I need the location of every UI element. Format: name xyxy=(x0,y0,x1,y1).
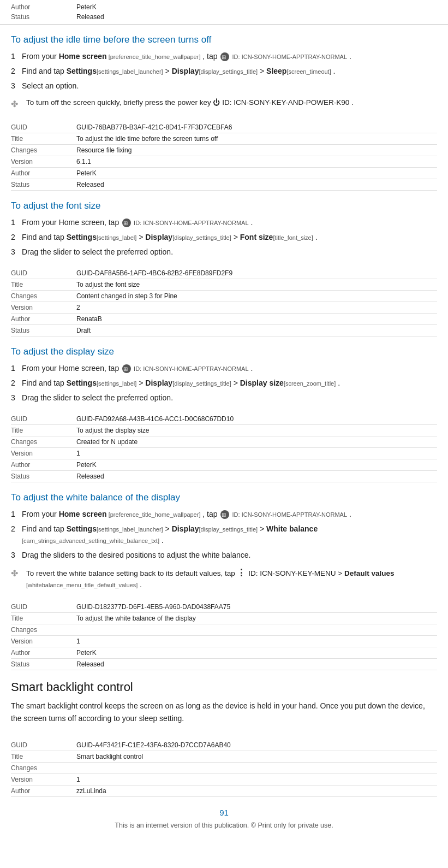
meta-label: Author xyxy=(11,647,76,659)
smart-backlight-title: Smart backlight control xyxy=(11,680,437,694)
meta-label: Title xyxy=(11,133,76,145)
meta-label: Version xyxy=(11,636,76,647)
metadata-smart-backlight: GUIDGUID-A4F3421F-C1E2-43FA-8320-D7CCD7A… xyxy=(0,735,448,797)
metadata-font-size: GUIDGUID-DAF8A5B6-1AFD-4BC6-82B2-6FE8D89… xyxy=(0,263,448,336)
step-num: 1 xyxy=(11,217,22,228)
step-3-idle: 3 Select an option. xyxy=(11,80,437,92)
step-3-font: 3 Drag the slider to select the preferre… xyxy=(11,246,437,258)
steps-display-size: 1 From your Home screen, tap ID: ICN-SON… xyxy=(11,363,437,404)
step-num: 2 xyxy=(11,232,22,243)
steps-idle-time: 1 From your Home screen [preference_titl… xyxy=(11,51,437,92)
metadata-idle-time: GUIDGUID-76BAB77B-B3AF-421C-8D41-F7F3D7C… xyxy=(0,117,448,191)
meta-changes: ChangesCreated for N update xyxy=(11,436,437,448)
meta-val xyxy=(76,763,437,774)
meta-val: Content changed in step 3 for Pine xyxy=(76,291,437,302)
step-text: Select an option. xyxy=(22,80,437,92)
step-1-font: 1 From your Home screen, tap ID: ICN-SON… xyxy=(11,217,437,228)
metadata-table: GUIDGUID-D182377D-D6F1-4EB5-A960-DAD0438… xyxy=(11,601,437,670)
meta-label: Title xyxy=(11,751,76,763)
meta-author: AuthorRenataB xyxy=(11,314,437,325)
step-1-display: 1 From your Home screen, tap ID: ICN-SON… xyxy=(11,363,437,374)
step-2-idle: 2 Find and tap Settings[settings_label_l… xyxy=(11,66,437,77)
status-value: Released xyxy=(76,13,104,21)
step-1-idle: 1 From your Home screen [preference_titl… xyxy=(11,51,437,62)
meta-author: AuthorPeterK xyxy=(11,459,437,471)
meta-label: Version xyxy=(11,774,76,786)
meta-val: To adjust the idle time before the scree… xyxy=(76,133,437,145)
meta-label: GUID xyxy=(11,122,76,133)
tip-text: To turn off the screen quickly, briefly … xyxy=(26,97,437,108)
meta-label: Status xyxy=(11,471,76,482)
meta-label: Version xyxy=(11,302,76,314)
meta-val xyxy=(76,624,437,636)
meta-author: AuthorPeterK xyxy=(11,168,437,179)
step-num: 1 xyxy=(11,509,22,520)
meta-val: PeterK xyxy=(76,168,437,179)
meta-guid: GUIDGUID-DAF8A5B6-1AFD-4BC6-82B2-6FE8D89… xyxy=(11,268,437,279)
meta-val: To adjust the white balance of the displ… xyxy=(76,613,437,624)
section-title-idle-time: To adjust the idle time before the scree… xyxy=(11,34,437,45)
meta-val: 1 xyxy=(76,448,437,459)
section-title-white-balance: To adjust the white balance of the displ… xyxy=(11,492,437,503)
step-text: From your Home screen [preference_title_… xyxy=(22,509,437,520)
meta-val: Created for N update xyxy=(76,436,437,448)
meta-label: Title xyxy=(11,279,76,291)
author-row: Author PeterK xyxy=(11,2,437,12)
meta-val: GUID-D182377D-D6F1-4EB5-A960-DAD0438FAA7… xyxy=(76,601,437,613)
tip-white-balance: ✤ To revert the white balance setting ba… xyxy=(11,566,437,591)
metadata-table: GUIDGUID-FAD92A68-A43B-41C6-ACC1-D0C68C6… xyxy=(11,414,437,482)
meta-title: TitleTo adjust the font size xyxy=(11,279,437,291)
meta-val: zzLuLinda xyxy=(76,786,437,797)
top-meta-section: Author PeterK Status Released xyxy=(0,0,448,25)
meta-val: PeterK xyxy=(76,647,437,659)
smart-backlight-desc: The smart backlight control keeps the sc… xyxy=(11,700,437,724)
meta-changes: ChangesContent changed in step 3 for Pin… xyxy=(11,291,437,302)
step-2-font: 2 Find and tap Settings[settings_label] … xyxy=(11,232,437,243)
meta-val: 1 xyxy=(76,774,437,786)
meta-label: Title xyxy=(11,613,76,624)
meta-label: Author xyxy=(11,168,76,179)
meta-label: Changes xyxy=(11,436,76,448)
meta-label: Changes xyxy=(11,763,76,774)
step-text: Find and tap Settings[settings_label_lau… xyxy=(22,523,437,546)
meta-changes: Changes xyxy=(11,624,437,636)
meta-label: GUID xyxy=(11,740,76,751)
meta-status: StatusReleased xyxy=(11,471,437,482)
step-num: 3 xyxy=(11,392,22,404)
meta-val: Released xyxy=(76,179,437,191)
meta-val: Resource file fixing xyxy=(76,145,437,156)
meta-version: Version6.1.1 xyxy=(11,156,437,168)
meta-changes: Changes xyxy=(11,763,437,774)
meta-val: Released xyxy=(76,471,437,482)
status-row: Status Released xyxy=(11,12,437,22)
meta-val: GUID-DAF8A5B6-1AFD-4BC6-82B2-6FE8D89FD2F… xyxy=(76,268,437,279)
meta-val: GUID-A4F3421F-C1E2-43FA-8320-D7CCD7A6AB4… xyxy=(76,740,437,751)
step-text: Find and tap Settings[settings_label_lau… xyxy=(22,66,437,77)
step-num: 3 xyxy=(11,80,22,92)
meta-val: RenataB xyxy=(76,314,437,325)
metadata-white-balance: GUIDGUID-D182377D-D6F1-4EB5-A960-DAD0438… xyxy=(0,597,448,670)
meta-guid: GUIDGUID-A4F3421F-C1E2-43FA-8320-D7CCD7A… xyxy=(11,740,437,751)
meta-version: Version2 xyxy=(11,302,437,314)
meta-val: PeterK xyxy=(76,459,437,471)
steps-white-balance: 1 From your Home screen [preference_titl… xyxy=(11,509,437,561)
metadata-table: GUIDGUID-76BAB77B-B3AF-421C-8D41-F7F3D7C… xyxy=(11,122,437,191)
meta-version: Version1 xyxy=(11,636,437,647)
step-text: Drag the slider to select the preferred … xyxy=(22,246,437,258)
step-2-wb: 2 Find and tap Settings[settings_label_l… xyxy=(11,523,437,546)
steps-font-size: 1 From your Home screen, tap ID: ICN-SON… xyxy=(11,217,437,258)
meta-label: GUID xyxy=(11,601,76,613)
step-num: 3 xyxy=(11,246,22,258)
meta-status: StatusReleased xyxy=(11,659,437,670)
step-num: 2 xyxy=(11,523,22,546)
meta-label: Version xyxy=(11,448,76,459)
metadata-table: GUIDGUID-DAF8A5B6-1AFD-4BC6-82B2-6FE8D89… xyxy=(11,268,437,336)
step-text: From your Home screen [preference_title_… xyxy=(22,51,437,62)
metadata-table: GUIDGUID-A4F3421F-C1E2-43FA-8320-D7CCD7A… xyxy=(11,740,437,797)
meta-val: 6.1.1 xyxy=(76,156,437,168)
step-1-wb: 1 From your Home screen [preference_titl… xyxy=(11,509,437,520)
page-number: 91 xyxy=(0,797,448,822)
meta-title: TitleTo adjust the display size xyxy=(11,425,437,436)
meta-val: 2 xyxy=(76,302,437,314)
meta-label: Version xyxy=(11,156,76,168)
